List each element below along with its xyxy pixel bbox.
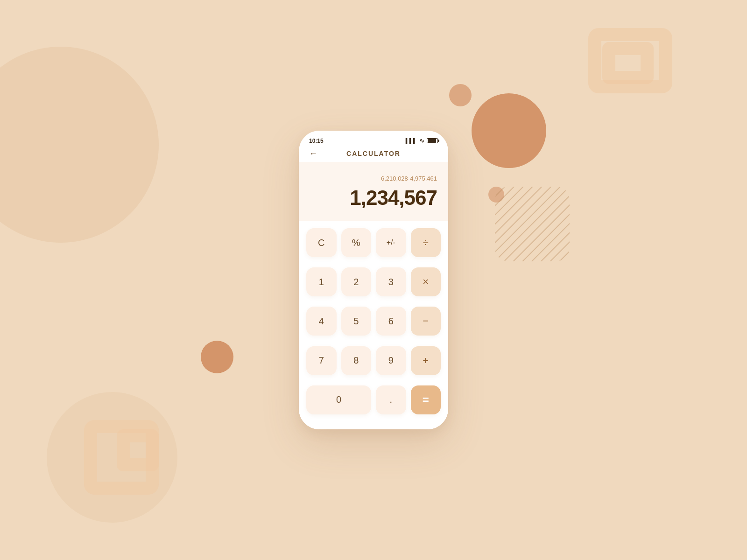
- bg-diagonal-lines: [495, 187, 570, 261]
- wifi-icon: ∿: [419, 137, 424, 144]
- bg-circle-bottom-left: [47, 392, 177, 523]
- header: ← CALCULATOR: [299, 147, 448, 162]
- phone-frame: 10:15 ▌▌▌ ∿ ← CALCULATOR 6,210,028-4,975…: [299, 131, 448, 429]
- seven-button[interactable]: 7: [306, 346, 337, 375]
- zero-button[interactable]: 0: [306, 385, 371, 414]
- toggle-sign-button[interactable]: +/-: [376, 228, 406, 257]
- status-time: 10:15: [309, 138, 324, 144]
- three-button[interactable]: 3: [376, 267, 406, 296]
- decimal-button[interactable]: .: [376, 385, 406, 414]
- back-button[interactable]: ←: [309, 149, 317, 159]
- divide-button[interactable]: ÷: [411, 228, 441, 257]
- bg-circle-brown-mid: [201, 341, 233, 373]
- multiply-button[interactable]: ×: [411, 267, 441, 296]
- status-icons: ▌▌▌ ∿: [406, 137, 438, 144]
- bg-rect-bottom-left: [84, 420, 159, 495]
- result-display: 1,234,567: [310, 186, 437, 210]
- page-title: CALCULATOR: [346, 150, 401, 157]
- nine-button[interactable]: 9: [376, 346, 406, 375]
- plus-button[interactable]: +: [411, 346, 441, 375]
- keypad: C % +/- ÷ 1 2 3 × 4 5 6 − 7 8 9 + 0 . =: [299, 221, 448, 429]
- four-button[interactable]: 4: [306, 307, 337, 336]
- percent-button[interactable]: %: [341, 228, 372, 257]
- bg-circle-brown-top: [472, 93, 546, 168]
- eight-button[interactable]: 8: [341, 346, 372, 375]
- expression-display: 6,210,028-4,975,461: [310, 175, 437, 183]
- bg-rect-top-right: [588, 28, 672, 93]
- clear-button[interactable]: C: [306, 228, 337, 257]
- bg-rect-tr-inner: [602, 42, 654, 84]
- two-button[interactable]: 2: [341, 267, 372, 296]
- one-button[interactable]: 1: [306, 267, 337, 296]
- minus-button[interactable]: −: [411, 307, 441, 336]
- battery-icon: [427, 138, 438, 143]
- svg-rect-1: [495, 187, 570, 261]
- status-bar: 10:15 ▌▌▌ ∿: [299, 131, 448, 147]
- display-area: 6,210,028-4,975,461 1,234,567: [299, 162, 448, 221]
- equals-button[interactable]: =: [411, 385, 441, 414]
- six-button[interactable]: 6: [376, 307, 406, 336]
- signal-icon: ▌▌▌: [406, 138, 417, 143]
- bg-rect-inner-bottom-left: [117, 429, 159, 471]
- bg-circle-large-left: [0, 47, 159, 243]
- bg-circle-brown-small-top: [449, 84, 472, 106]
- five-button[interactable]: 5: [341, 307, 372, 336]
